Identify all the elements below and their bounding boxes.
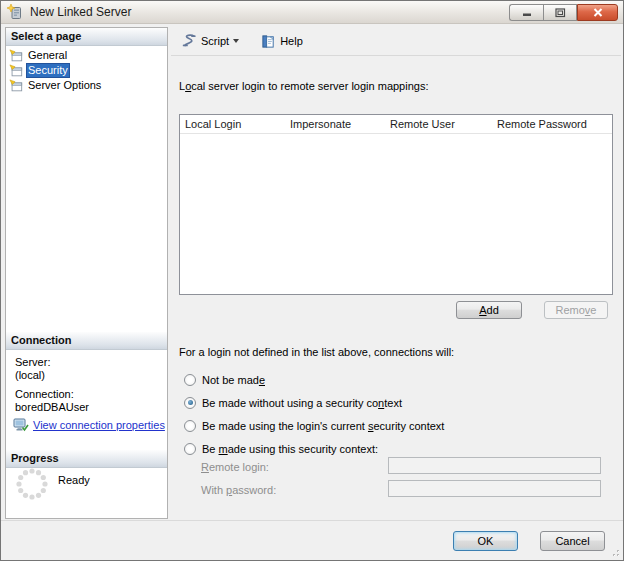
- server-value: (local): [15, 369, 45, 382]
- ok-button[interactable]: OK: [453, 531, 518, 551]
- radio-option-without-security-context[interactable]: Be made without using a security context: [184, 395, 402, 410]
- remote-login-input[interactable]: [388, 457, 601, 474]
- sidebar-item-server-options[interactable]: Server Options: [9, 78, 103, 93]
- connection-header: Connection: [6, 332, 167, 350]
- remote-login-label: Remote login:: [201, 461, 269, 473]
- title-bar[interactable]: New Linked Server: [1, 1, 623, 24]
- page-icon: [9, 49, 23, 63]
- window-controls: [509, 4, 618, 21]
- radio-label: Be made without using a security context: [202, 397, 402, 409]
- select-a-page-header: Select a page: [6, 28, 167, 46]
- main-toolbar: Script Help: [171, 27, 621, 56]
- close-icon: [593, 8, 603, 17]
- page-icon: [9, 64, 23, 78]
- progress-status: Ready: [58, 474, 90, 487]
- script-label: Script: [201, 35, 229, 47]
- with-password-input[interactable]: [388, 480, 601, 497]
- radio-label: Be made using this security context:: [202, 443, 378, 455]
- sidebar: Select a page General Security Se: [5, 27, 168, 519]
- maximize-button[interactable]: [543, 4, 577, 21]
- connection-value: boredDBAUser: [15, 401, 89, 414]
- sidebar-item-general[interactable]: General: [9, 48, 69, 63]
- grid-body-empty[interactable]: [180, 134, 612, 296]
- radio-label: Not be made: [202, 374, 265, 386]
- script-icon: [181, 33, 197, 49]
- fallback-label: For a login not defined in the list abov…: [179, 346, 454, 358]
- footer-bar: OK Cancel: [1, 520, 623, 560]
- help-button[interactable]: Help: [257, 32, 307, 51]
- sidebar-item-security[interactable]: Security: [9, 63, 70, 78]
- help-label: Help: [280, 35, 303, 47]
- add-button[interactable]: Add: [456, 301, 522, 319]
- minimize-button[interactable]: [509, 4, 543, 21]
- server-label: Server:: [15, 356, 50, 369]
- progress-spinner-icon: [14, 466, 50, 502]
- resize-grip[interactable]: [610, 547, 620, 557]
- page-icon: [9, 79, 23, 93]
- new-server-icon: [7, 4, 23, 20]
- radio-option-current-security-context[interactable]: Be made using the login's current securi…: [184, 418, 444, 433]
- window-title: New Linked Server: [30, 5, 131, 19]
- radio-label: Be made using the login's current securi…: [202, 420, 444, 432]
- script-dropdown-arrow-icon[interactable]: [233, 39, 239, 43]
- help-icon: [261, 34, 276, 49]
- sidebar-item-label: Security: [26, 63, 70, 78]
- minimize-icon: [522, 8, 532, 17]
- grid-header-row: Local Login Impersonate Remote User Remo…: [180, 115, 612, 134]
- radio-icon-selected[interactable]: [184, 397, 196, 409]
- column-header-remote-user[interactable]: Remote User: [385, 115, 492, 133]
- radio-option-not-be-made[interactable]: Not be made: [184, 372, 265, 387]
- new-linked-server-dialog: New Linked Server Select a page: [0, 0, 624, 561]
- sidebar-item-label: General: [26, 49, 69, 62]
- column-header-impersonate[interactable]: Impersonate: [285, 115, 385, 133]
- sidebar-item-label: Server Options: [26, 79, 103, 92]
- connection-label: Connection:: [15, 388, 74, 401]
- radio-icon[interactable]: [184, 374, 196, 386]
- link-label[interactable]: View connection properties: [33, 419, 165, 431]
- column-header-local-login[interactable]: Local Login: [180, 115, 285, 133]
- remove-button[interactable]: Remove: [544, 301, 608, 319]
- radio-icon[interactable]: [184, 420, 196, 432]
- view-connection-properties-link[interactable]: View connection properties: [13, 418, 165, 432]
- radio-icon[interactable]: [184, 443, 196, 455]
- script-button[interactable]: Script: [177, 31, 243, 51]
- column-header-remote-password[interactable]: Remote Password: [492, 115, 612, 133]
- maximize-icon: [555, 8, 566, 18]
- close-button[interactable]: [577, 4, 618, 21]
- cancel-button[interactable]: Cancel: [540, 531, 605, 551]
- with-password-label: With password:: [201, 484, 276, 496]
- login-mappings-grid[interactable]: Local Login Impersonate Remote User Remo…: [179, 114, 613, 295]
- radio-option-this-security-context[interactable]: Be made using this security context:: [184, 441, 378, 456]
- mappings-label: Local server login to remote server logi…: [179, 80, 428, 92]
- connection-properties-icon: [13, 418, 29, 432]
